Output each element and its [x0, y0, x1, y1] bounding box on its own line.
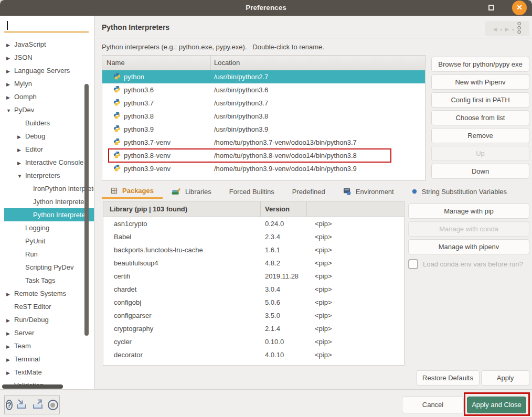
- cancel-button[interactable]: Cancel: [402, 397, 464, 413]
- view-menu-icon[interactable]: [517, 22, 522, 36]
- action-button[interactable]: Up: [431, 146, 529, 161]
- tree-item[interactable]: ▶Editor: [0, 143, 94, 156]
- tree-expand-icon[interactable]: ▶: [6, 314, 14, 327]
- tree-item[interactable]: ▶Team: [0, 339, 94, 352]
- interpreter-row[interactable]: python /usr/bin/python2.7: [102, 70, 425, 83]
- tree-item[interactable]: ▶Terminal: [0, 352, 94, 366]
- tree-item[interactable]: Builders: [0, 116, 94, 130]
- tree-expand-icon[interactable]: ▶: [17, 157, 25, 170]
- apply-button[interactable]: Apply: [481, 370, 529, 386]
- tree-expand-icon[interactable]: ▶: [6, 354, 14, 367]
- tree-item[interactable]: ▶TextMate: [0, 366, 94, 379]
- tree-item[interactable]: ▼Interpreters: [0, 169, 94, 182]
- tree-expand-icon[interactable]: ▼: [6, 104, 14, 117]
- back-icon[interactable]: ◀: [493, 25, 497, 33]
- tree-item[interactable]: Task Tags: [0, 274, 94, 287]
- column-header-location[interactable]: Location: [211, 59, 425, 67]
- close-button[interactable]: ✕: [512, 1, 527, 15]
- restore-defaults-button[interactable]: Restore Defaults: [416, 370, 480, 386]
- manage-button[interactable]: Manage with conda: [408, 221, 529, 237]
- tree-item[interactable]: IronPython Interpreter: [0, 182, 94, 195]
- filter-input[interactable]: [4, 19, 89, 33]
- action-button[interactable]: Remove: [431, 128, 529, 143]
- import-icon[interactable]: [15, 399, 29, 412]
- package-row[interactable]: decorator 4.0.10 <pip>: [103, 348, 404, 361]
- tree-item[interactable]: ▶Oomph: [0, 90, 94, 103]
- tree-expand-icon[interactable]: ▼: [17, 170, 25, 183]
- action-button[interactable]: Browse for python/pypy exe: [431, 57, 529, 72]
- tree-item[interactable]: ▶JavaScript: [0, 38, 94, 51]
- tab[interactable]: Forced Builtins: [220, 184, 283, 199]
- action-button[interactable]: Down: [431, 164, 529, 179]
- tree-expand-icon[interactable]: ▶: [6, 91, 14, 104]
- action-button[interactable]: Choose from list: [431, 110, 529, 125]
- column-header-name[interactable]: Name: [102, 56, 211, 70]
- action-button[interactable]: Config first in PATH: [431, 92, 529, 108]
- tree-item[interactable]: ▶Server: [0, 326, 94, 339]
- package-row[interactable]: configparser 3.5.0 <pip>: [103, 309, 404, 322]
- manage-button[interactable]: Manage with pip: [408, 204, 529, 219]
- package-row[interactable]: cycler 0.10.0 <pip>: [103, 335, 404, 348]
- column-header-version[interactable]: Version: [261, 201, 307, 217]
- tree-expand-icon[interactable]: ▶: [17, 131, 25, 144]
- forward-caret-icon[interactable]: ▼: [511, 25, 515, 33]
- package-row[interactable]: cryptography 2.1.4 <pip>: [103, 322, 404, 335]
- tree-item[interactable]: ▶Debug: [0, 130, 94, 143]
- interpreter-row[interactable]: python3.8-venv /home/tu/python3.8-venv/o…: [102, 149, 425, 162]
- interpreter-row[interactable]: python3.6 /usr/bin/python3.6: [102, 83, 425, 97]
- package-row[interactable]: backports.functools-lru-cache 1.6.1 <pip…: [103, 243, 404, 256]
- tab[interactable]: Packages: [102, 184, 163, 199]
- tree-item[interactable]: ▶JSON: [0, 51, 94, 64]
- titlebar[interactable]: Preferences ✕: [0, 0, 532, 16]
- tree-expand-icon[interactable]: ▶: [6, 52, 14, 65]
- interpreter-row[interactable]: python3.9 /usr/bin/python3.9: [102, 123, 425, 136]
- package-row[interactable]: certifi 2019.11.28 <pip>: [103, 270, 404, 283]
- package-row[interactable]: asn1crypto 0.24.0 <pip>: [103, 217, 404, 230]
- column-header-library[interactable]: Library (pip | 103 found): [103, 201, 261, 217]
- tree-expand-icon[interactable]: ▶: [6, 367, 14, 380]
- tree-item[interactable]: ▶Language Servers: [0, 64, 94, 77]
- tree-item[interactable]: Logging: [0, 221, 94, 234]
- back-caret-icon[interactable]: ▼: [499, 25, 503, 33]
- tree-item[interactable]: ▶Interactive Console: [0, 156, 94, 169]
- tree-item[interactable]: ReST Editor: [0, 300, 94, 313]
- help-icon[interactable]: ?: [6, 400, 13, 410]
- maximize-button[interactable]: [488, 5, 494, 10]
- interpreter-row[interactable]: python3.7-venv /home/tu/python3.7-venv/o…: [102, 136, 425, 149]
- apply-and-close-button[interactable]: Apply and Close: [467, 397, 526, 413]
- interpreter-row[interactable]: python3.9-venv /home/tu/python3.9-venv/o…: [102, 162, 425, 175]
- tab[interactable]: Predefined: [283, 184, 334, 199]
- tree-item[interactable]: Jython Interpreter: [0, 195, 94, 208]
- forward-icon[interactable]: ▶: [505, 25, 509, 33]
- tree-item[interactable]: Scripting PyDev: [0, 261, 94, 274]
- conda-env-checkbox[interactable]: [408, 259, 418, 269]
- package-row[interactable]: chardet 3.0.4 <pip>: [103, 283, 404, 296]
- tree-expand-icon[interactable]: ▶: [6, 65, 14, 78]
- tree-expand-icon[interactable]: ▶: [6, 39, 14, 52]
- sidebar-vertical-scrollbar[interactable]: [84, 84, 89, 336]
- tree-item[interactable]: ▶Remote Systems: [0, 287, 94, 300]
- package-row[interactable]: configobj 5.0.6 <pip>: [103, 296, 404, 309]
- tree-item[interactable]: ▼PyDev: [0, 103, 94, 116]
- manage-button[interactable]: Manage with pipenv: [408, 239, 529, 254]
- tree-expand-icon[interactable]: ▶: [6, 288, 14, 301]
- tree-expand-icon[interactable]: ▶: [6, 340, 14, 354]
- tree-item[interactable]: Run: [0, 248, 94, 261]
- tree-item[interactable]: ▶Run/Debug: [0, 313, 94, 326]
- sidebar-horizontal-scrollbar[interactable]: [2, 384, 63, 389]
- export-icon[interactable]: [31, 399, 45, 412]
- tree-expand-icon[interactable]: ▶: [17, 144, 25, 157]
- tree-item[interactable]: Python Interpreter: [4, 208, 94, 221]
- tree-expand-icon[interactable]: ▶: [6, 78, 14, 91]
- tree-expand-icon[interactable]: ▶: [6, 327, 14, 340]
- interpreter-row[interactable]: python3.8 /usr/bin/python3.8: [102, 110, 425, 123]
- record-icon[interactable]: [48, 400, 58, 410]
- tab[interactable]: Environment: [334, 184, 403, 199]
- tree-item[interactable]: PyUnit: [0, 234, 94, 248]
- tab[interactable]: String Substitution Variables: [403, 184, 516, 199]
- package-row[interactable]: Babel 2.3.4 <pip>: [103, 230, 404, 243]
- tab[interactable]: Libraries: [163, 184, 220, 199]
- interpreter-row[interactable]: python3.7 /usr/bin/python3.7: [102, 97, 425, 110]
- package-row[interactable]: beautifulsoup4 4.8.2 <pip>: [103, 256, 404, 270]
- action-button[interactable]: New with Pipenv: [431, 74, 529, 90]
